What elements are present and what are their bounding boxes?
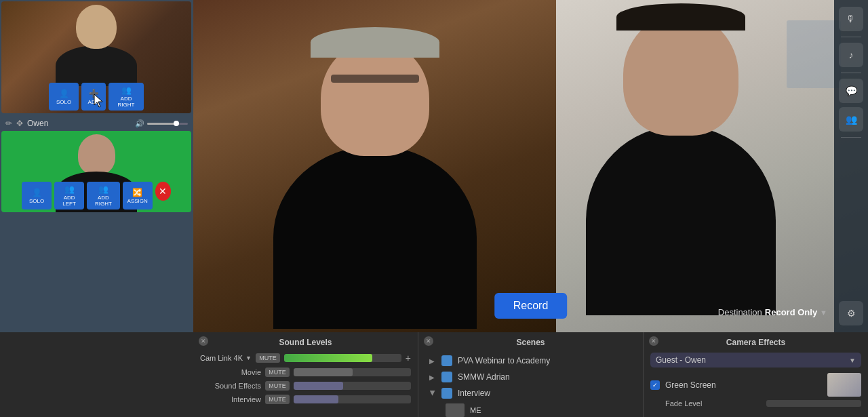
greenscreen-thumbnail xyxy=(827,373,861,397)
effects-level-fill xyxy=(294,382,343,390)
camera-feed-1: 👤 SOLO ➕ ADD 👥 ADD RIGHT xyxy=(1,1,191,113)
volume-slider[interactable] xyxy=(147,123,188,125)
toolbar-divider-1 xyxy=(841,37,861,37)
gear-icon: ⚙ xyxy=(847,308,856,319)
camlink-mute-button[interactable]: MUTE xyxy=(256,353,280,363)
interview-level-bar xyxy=(294,395,411,403)
main-person-right xyxy=(562,7,800,332)
scene-arrow-icon-smmw: ▶ xyxy=(429,374,436,381)
video-left xyxy=(193,0,556,332)
camlink-dropdown-arrow-icon: ▼ xyxy=(245,355,252,361)
movie-level-bar xyxy=(294,368,411,376)
scene-row-interview[interactable]: ▶ Interview xyxy=(425,385,636,401)
main-body xyxy=(273,146,477,329)
feed-controls-2: 👤 SOLO 👥 ADD LEFT 👥 ADD RIGHT 🔀 ASSIGN xyxy=(22,182,171,210)
bottom-panels: ✕ Sound Levels Cam Link 4K ▼ MUTE + Movi… xyxy=(193,332,868,417)
fade-level-label: Fade Level xyxy=(665,399,761,408)
right-body xyxy=(586,125,776,315)
person-1 xyxy=(49,5,144,86)
destination-label: Destination Record Only ▼ xyxy=(718,307,827,317)
main-container: 👤 SOLO ➕ ADD 👥 ADD RIGHT ✏ ✥ Owen xyxy=(0,0,868,417)
solo-button-2[interactable]: 👤 SOLO xyxy=(22,182,52,210)
head-2 xyxy=(78,134,115,175)
assign-icon-2: 🔀 xyxy=(127,188,149,197)
destination-chevron-icon[interactable]: ▼ xyxy=(820,309,827,317)
camera-effects-panel: ✕ Camera Effects Guest - Owen ▼ ✓ Green … xyxy=(644,332,868,417)
camera-feed-2: 👤 SOLO 👥 ADD LEFT 👥 ADD RIGHT 🔀 ASSIGN xyxy=(1,131,191,212)
close-icon-2: ✕ xyxy=(159,186,167,197)
toolbar-divider-2 xyxy=(841,73,861,73)
camera-effects-close-button[interactable]: ✕ xyxy=(649,336,658,346)
body-1 xyxy=(56,45,137,86)
camera-feed-2-wrapper: ✏ ✥ Owen 🔊 xyxy=(1,116,192,212)
chat-icon: 💬 xyxy=(846,85,857,96)
sound-levels-close-button[interactable]: ✕ xyxy=(199,336,208,346)
main-person-left xyxy=(239,20,511,332)
scene-row-smmw[interactable]: ▶ SMMW Adrian xyxy=(425,369,636,385)
scene-row-pva[interactable]: ▶ PVA Webinar to Academy xyxy=(425,353,636,369)
main-head xyxy=(321,41,429,156)
right-hair xyxy=(616,3,745,31)
destination-value: Record Only xyxy=(765,307,817,317)
toolbar-divider-3 xyxy=(841,137,861,138)
volume-control: 🔊 xyxy=(135,119,188,128)
sound-row-movie: Movie MUTE xyxy=(200,368,411,377)
main-video-area: Record Destination Record Only ▼ xyxy=(193,0,868,332)
greenscreen-checkbox[interactable]: ✓ xyxy=(650,380,660,390)
add-right-button-1[interactable]: 👥 ADD RIGHT xyxy=(108,83,144,111)
interview-mute-button[interactable]: MUTE xyxy=(265,395,290,404)
chat-toolbar-button[interactable]: 💬 xyxy=(839,79,863,103)
record-button[interactable]: Record xyxy=(494,293,568,319)
right-toolbar: 🎙 ♪ 💬 👥 ⚙ xyxy=(834,0,868,332)
sound-levels-title: Sound Levels xyxy=(200,336,411,347)
camlink-add-button[interactable]: + xyxy=(406,353,411,363)
add-button-1[interactable]: ➕ ADD xyxy=(81,83,106,111)
camlink-level-fill xyxy=(284,354,372,362)
camlink-dropdown[interactable]: Cam Link 4K ▼ xyxy=(200,354,252,362)
scene-name-smmw: SMMW Adrian xyxy=(458,372,632,382)
camera-effects-title: Camera Effects xyxy=(650,336,861,347)
scene-name-interview: Interview xyxy=(458,389,632,398)
volume-icon: 🔊 xyxy=(135,119,144,128)
scene-sub-row-me[interactable]: ME xyxy=(425,401,636,417)
hair xyxy=(311,27,439,58)
fade-level-bar[interactable] xyxy=(766,400,862,407)
camlink-label: Cam Link 4K xyxy=(200,354,243,362)
video-left-bg xyxy=(193,0,556,332)
close-button-2[interactable]: ✕ xyxy=(155,182,171,201)
effect-sub-row-fade: Fade Level xyxy=(650,399,861,408)
settings-toolbar-button[interactable]: ⚙ xyxy=(839,301,863,325)
volume-slider-fill xyxy=(147,123,176,125)
add-right-icon-1: 👥 xyxy=(113,85,140,95)
people-icon: 👥 xyxy=(846,114,857,125)
camera-select-text: Guest - Owen xyxy=(656,355,706,365)
add-left-button-2[interactable]: 👥 ADD LEFT xyxy=(54,182,84,210)
camlink-level-bar xyxy=(284,354,401,362)
scenes-close-button[interactable]: ✕ xyxy=(424,336,433,346)
camera-select-dropdown[interactable]: Guest - Owen ▼ xyxy=(650,353,861,368)
effects-mute-button[interactable]: MUTE xyxy=(265,381,290,391)
assign-button-2[interactable]: 🔀 ASSIGN xyxy=(123,182,153,210)
edit-icon: ✏ xyxy=(5,119,12,128)
scenes-panel: ✕ Scenes ▶ PVA Webinar to Academy ▶ SMMW… xyxy=(418,332,644,417)
scene-sub-name-me: ME xyxy=(470,406,632,414)
guest-toolbar-button[interactable]: 👥 xyxy=(839,107,863,132)
scene-arrow-icon-interview: ▶ xyxy=(429,390,437,397)
scene-name-pva: PVA Webinar to Academy xyxy=(458,356,632,365)
movie-level-fill xyxy=(294,368,353,376)
scene-color-smmw xyxy=(441,372,452,382)
add-right-button-2[interactable]: 👥 ADD RIGHT xyxy=(87,182,120,210)
sound-row-interview: Interview MUTE xyxy=(200,395,411,404)
solo-icon-1: 👤 xyxy=(53,89,75,98)
movie-mute-button[interactable]: MUTE xyxy=(265,368,290,377)
volume-slider-thumb xyxy=(174,121,179,126)
mic-toolbar-button[interactable]: 🎙 xyxy=(839,7,863,31)
feed-controls-1: 👤 SOLO ➕ ADD 👥 ADD RIGHT xyxy=(49,83,144,111)
scenes-title: Scenes xyxy=(425,336,636,347)
right-head xyxy=(623,14,738,136)
move-icon: ✥ xyxy=(16,119,23,128)
interview-label: Interview xyxy=(200,395,261,403)
glasses xyxy=(331,75,419,83)
music-toolbar-button[interactable]: ♪ xyxy=(839,43,863,67)
solo-button-1[interactable]: 👤 SOLO xyxy=(49,83,79,111)
